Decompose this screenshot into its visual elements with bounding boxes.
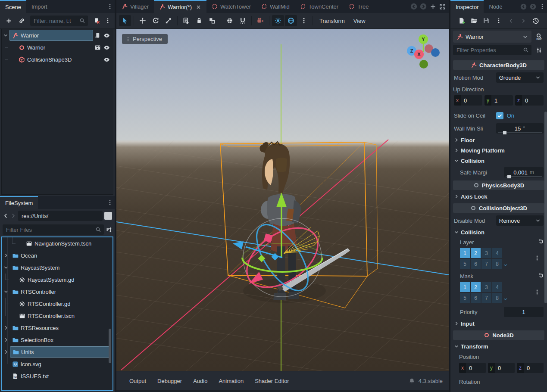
- expander[interactable]: [2, 325, 10, 330]
- layer-menu-button[interactable]: [534, 255, 540, 262]
- fs-item-rtscontroller[interactable]: RTSController: [2, 286, 113, 298]
- group-selected-button[interactable]: [206, 15, 218, 26]
- bottom-panel-output[interactable]: Output: [129, 378, 146, 384]
- new-scene-tab-button[interactable]: [428, 0, 438, 13]
- layer-bit-3[interactable]: 3: [481, 282, 491, 292]
- tab-import[interactable]: Import: [26, 0, 53, 13]
- value-field-priority[interactable]: 1: [504, 307, 544, 317]
- move-tool[interactable]: [137, 15, 149, 26]
- layer-bit-7[interactable]: 7: [481, 293, 491, 303]
- property-tools-button[interactable]: [533, 44, 544, 56]
- detach-script-button[interactable]: [91, 15, 103, 26]
- scene-tab-towncenter[interactable]: TownCenter: [295, 0, 344, 13]
- close-icon[interactable]: [196, 4, 201, 10]
- add-node-button[interactable]: [3, 15, 15, 26]
- select-tool[interactable]: [119, 15, 131, 26]
- vector-y-field[interactable]: y1: [484, 95, 513, 106]
- prev-scene-tab-button[interactable]: [409, 0, 419, 13]
- scene-tab-wallmid[interactable]: WallMid: [256, 0, 295, 13]
- menu-transform[interactable]: Transform: [316, 18, 349, 24]
- fs-item-issues-txt[interactable]: TXTISSUES.txt: [2, 370, 113, 382]
- section-collision[interactable]: Collision: [453, 227, 544, 237]
- instantiate-scene-button[interactable]: [16, 15, 28, 26]
- chevron-right-icon[interactable]: [3, 337, 9, 342]
- section-axis-lock[interactable]: Axis Lock: [453, 191, 544, 202]
- layer-bit-8[interactable]: 8: [492, 259, 502, 269]
- slider-thumb[interactable]: [503, 131, 506, 134]
- filesystem-menu-icon[interactable]: [105, 196, 115, 209]
- notifications-bell-icon[interactable]: [409, 378, 415, 384]
- scene-tab-warrior[interactable]: Warrior(*): [154, 0, 206, 13]
- gizmo-sphere-button[interactable]: [224, 15, 236, 26]
- fs-scrollbar[interactable]: [109, 329, 111, 363]
- chevron-down-icon[interactable]: [3, 289, 9, 294]
- expander[interactable]: [2, 349, 10, 355]
- expand-viewport-button[interactable]: [438, 0, 447, 13]
- section-collision[interactable]: Collision: [453, 156, 544, 166]
- grid-expand-chevron[interactable]: [503, 296, 508, 303]
- perspective-menu-button[interactable]: Perspective: [122, 34, 168, 44]
- section-transform[interactable]: Transform: [453, 341, 544, 352]
- inspector-back-button[interactable]: [519, 0, 528, 13]
- layer-bit-6[interactable]: 6: [471, 293, 481, 303]
- eye-icon[interactable]: [103, 32, 110, 39]
- section-floor[interactable]: Floor: [453, 135, 544, 145]
- 3d-viewport[interactable]: Perspective Y Z X: [116, 29, 449, 371]
- tab-node[interactable]: Node: [484, 0, 507, 13]
- layer-bit-2[interactable]: 2: [471, 248, 481, 258]
- fs-split-mode-button[interactable]: [104, 212, 112, 220]
- scene-filter-input[interactable]: [33, 17, 79, 25]
- layer-bit-5[interactable]: 5: [460, 293, 470, 303]
- eye-icon[interactable]: [103, 56, 110, 63]
- fs-back-button[interactable]: [3, 213, 9, 219]
- scale-tool[interactable]: [163, 15, 175, 26]
- fs-item-selectionbox[interactable]: SelectionBox: [2, 334, 113, 346]
- fs-item-rtscontroller-gd[interactable]: RTSController.gd: [2, 298, 113, 310]
- grid-expand-chevron[interactable]: [503, 262, 508, 269]
- viewport-options-menu[interactable]: [298, 15, 310, 26]
- film-grid-icon[interactable]: [94, 44, 101, 51]
- fs-item-ocean[interactable]: Ocean: [2, 249, 113, 261]
- vector-x-field[interactable]: x0: [459, 363, 486, 373]
- fs-sort-button[interactable]: [106, 227, 112, 233]
- chevron-right-icon[interactable]: [3, 349, 9, 355]
- chevron-right-icon[interactable]: [3, 325, 9, 330]
- section-input[interactable]: Input: [453, 318, 544, 329]
- rotate-tool[interactable]: [150, 15, 162, 26]
- fs-item-rtscontroller-tscn[interactable]: RTSController.tscn: [2, 310, 113, 322]
- layer-bit-3[interactable]: 3: [481, 248, 491, 258]
- fs-item-raycastsystem[interactable]: RaycastSystem: [2, 261, 113, 274]
- vector-y-field[interactable]: y0: [488, 363, 515, 373]
- preview-environment-toggle[interactable]: [285, 15, 297, 26]
- layer-bit-2[interactable]: 2: [471, 282, 481, 292]
- scene-node-warrior[interactable]: Warrior: [2, 29, 113, 41]
- layer-bit-1[interactable]: 1: [460, 248, 470, 258]
- fs-path-input[interactable]: [18, 211, 103, 221]
- lock-selected-button[interactable]: [193, 15, 205, 26]
- fs-filter-input[interactable]: [5, 226, 95, 233]
- inspector-forward-button[interactable]: [528, 0, 538, 13]
- inspector-scrollbar[interactable]: [544, 112, 547, 303]
- expander[interactable]: [2, 265, 10, 270]
- expander[interactable]: [2, 253, 10, 258]
- vector-z-field[interactable]: z0: [517, 363, 544, 373]
- tab-filesystem[interactable]: FileSystem: [0, 196, 38, 209]
- save-resource-button[interactable]: [480, 15, 492, 26]
- history-back-button[interactable]: [505, 15, 517, 26]
- eye-icon[interactable]: [103, 44, 110, 51]
- list-select-tool[interactable]: [180, 15, 192, 26]
- expander[interactable]: [2, 289, 10, 294]
- slider-field-wall-min-sli[interactable]: 15°: [496, 123, 544, 134]
- tab-scene[interactable]: Scene: [0, 0, 26, 13]
- bottom-panel-shader-editor[interactable]: Shader Editor: [255, 378, 289, 384]
- new-resource-button[interactable]: [456, 15, 468, 26]
- edit-history-button[interactable]: [530, 15, 542, 26]
- fs-item-navigationsystem-tscn[interactable]: NavigationSystem.tscn: [2, 237, 113, 249]
- scene-dock-menu-icon[interactable]: [105, 0, 115, 13]
- dropdown-disable-mod[interactable]: Remove: [496, 215, 544, 226]
- layer-menu-button[interactable]: [534, 289, 540, 296]
- resource-extra-menu[interactable]: [493, 15, 505, 26]
- dropdown-motion-mod[interactable]: Grounde: [496, 72, 544, 83]
- bottom-panel-debugger[interactable]: Debugger: [157, 378, 182, 384]
- fs-item-icon-svg[interactable]: icon.svg: [2, 358, 113, 370]
